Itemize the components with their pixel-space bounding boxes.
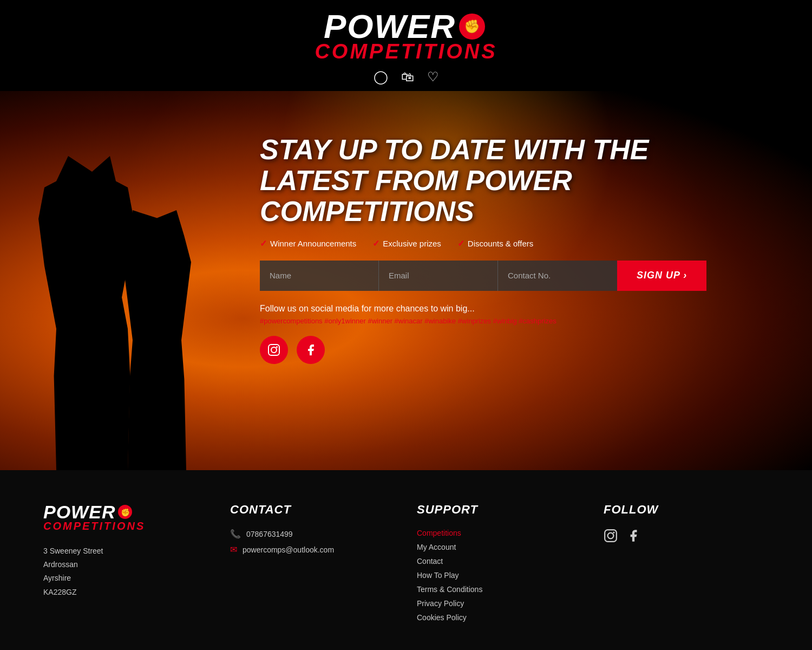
check-icon-3: ✓	[457, 238, 464, 249]
support-link-privacy[interactable]: Privacy Policy	[417, 599, 582, 608]
user-icon[interactable]: ◯	[374, 69, 388, 84]
hero-section: STAY UP TO DATE WITH THE LATEST FROM POW…	[0, 91, 812, 470]
email-input[interactable]	[379, 261, 498, 291]
footer-follow-column: FOLLOW	[604, 503, 769, 627]
footer-email-address: powercomps@outlook.com	[243, 545, 334, 554]
support-link-cookies[interactable]: Cookies Policy	[417, 613, 582, 622]
facebook-button[interactable]	[297, 336, 325, 364]
footer-follow-title: FOLLOW	[604, 503, 769, 517]
footer-phone-number: 07867631499	[246, 530, 293, 538]
check-icon-1: ✓	[260, 238, 267, 249]
hero-social-icons	[260, 336, 769, 364]
footer-phone: 📞 07867631499	[230, 529, 395, 539]
address-line3: Ayrshire	[43, 571, 208, 585]
address-line2: Ardrossan	[43, 558, 208, 571]
instagram-icon	[267, 343, 280, 356]
logo-power-text: POWER	[324, 10, 456, 43]
hero-feature-label-2: Exclusive prizes	[383, 239, 441, 248]
svg-point-4	[276, 346, 278, 348]
footer-logo-power: POWER	[43, 503, 115, 521]
support-link-how-to-play[interactable]: How To Play	[417, 571, 582, 580]
footer-support-column: SUPPORT Competitions My Account Contact …	[417, 503, 582, 627]
hero-features: ✓ Winner Announcements ✓ Exclusive prize…	[260, 238, 769, 249]
bag-icon[interactable]: 🛍	[401, 69, 414, 84]
footer-logo-competitions: COMPETITIONS	[43, 520, 208, 532]
svg-point-9	[613, 531, 614, 533]
hero-social-text: Follow us on social media for more chanc…	[260, 304, 769, 314]
site-header: POWER ✊ COMPETITIONS ◯ 🛍 ♡	[0, 0, 812, 91]
support-link-terms[interactable]: Terms & Conditions	[417, 585, 582, 594]
support-link-contact[interactable]: Contact	[417, 557, 582, 566]
svg-point-3	[271, 347, 277, 353]
contact-input[interactable]	[498, 261, 617, 291]
address-line4: KA228GZ	[43, 586, 208, 599]
name-input[interactable]	[260, 261, 379, 291]
hero-feature-1: ✓ Winner Announcements	[260, 238, 356, 249]
hero-feature-3: ✓ Discounts & offers	[457, 238, 533, 249]
svg-text:✊: ✊	[121, 508, 130, 517]
fist-icon: ✊	[458, 12, 486, 41]
email-icon: ✉	[230, 544, 237, 555]
site-footer: POWER ✊ COMPETITIONS 3 Sweeney Street Ar…	[0, 470, 812, 650]
check-icon-2: ✓	[372, 238, 379, 249]
hero-content: STAY UP TO DATE WITH THE LATEST FROM POW…	[260, 134, 769, 364]
phone-icon: 📞	[230, 529, 241, 539]
svg-text:✊: ✊	[464, 18, 480, 34]
instagram-button[interactable]	[260, 336, 288, 364]
hero-feature-label-3: Discounts & offers	[468, 239, 533, 248]
hero-signup-form: SIGN UP ›	[260, 261, 769, 291]
hero-title: STAY UP TO DATE WITH THE LATEST FROM POW…	[260, 134, 693, 227]
signup-button[interactable]: SIGN UP ›	[617, 261, 706, 291]
address-line1: 3 Sweeney Street	[43, 544, 208, 558]
footer-support-title: SUPPORT	[417, 503, 582, 517]
hero-hashtags: #powercompetitions #only1winner #winner …	[260, 317, 769, 325]
footer-contact-column: CONTACT 📞 07867631499 ✉ powercomps@outlo…	[230, 503, 395, 627]
svg-rect-2	[269, 344, 279, 355]
footer-facebook-icon[interactable]	[626, 529, 640, 546]
footer-email: ✉ powercomps@outlook.com	[230, 544, 395, 555]
footer-logo[interactable]: POWER ✊ COMPETITIONS	[43, 503, 208, 532]
hero-feature-2: ✓ Exclusive prizes	[372, 238, 441, 249]
footer-address: 3 Sweeney Street Ardrossan Ayrshire KA22…	[43, 544, 208, 599]
footer-instagram-icon[interactable]	[604, 529, 618, 546]
footer-fist-icon: ✊	[117, 504, 133, 520]
logo-competitions-text: COMPETITIONS	[315, 41, 497, 62]
footer-contact-title: CONTACT	[230, 503, 395, 517]
support-link-my-account[interactable]: My Account	[417, 543, 582, 551]
heart-icon[interactable]: ♡	[427, 69, 439, 84]
svg-point-8	[608, 533, 614, 539]
support-link-competitions[interactable]: Competitions	[417, 529, 582, 537]
hero-feature-label-1: Winner Announcements	[270, 239, 356, 248]
svg-rect-7	[605, 530, 617, 542]
footer-brand-column: POWER ✊ COMPETITIONS 3 Sweeney Street Ar…	[43, 503, 208, 627]
header-icons-bar: ◯ 🛍 ♡	[374, 69, 439, 84]
facebook-icon	[304, 343, 317, 356]
logo[interactable]: POWER ✊ COMPETITIONS	[315, 10, 497, 62]
footer-follow-icons	[604, 529, 769, 546]
